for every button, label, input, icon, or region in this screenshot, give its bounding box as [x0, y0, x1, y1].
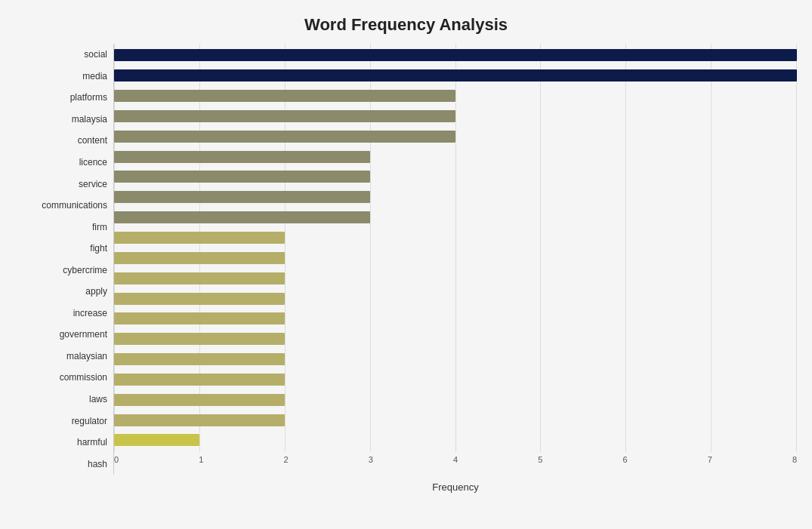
bar-row	[114, 86, 797, 106]
bar	[114, 232, 285, 244]
bar	[114, 49, 797, 61]
y-label: fight	[90, 244, 107, 253]
y-label: government	[60, 330, 107, 339]
y-label: regulator	[72, 417, 107, 426]
y-label: service	[79, 180, 107, 189]
bars-and-grid: 012345678 Frequency	[113, 44, 797, 475]
x-tick: 6	[622, 455, 627, 464]
bar	[114, 110, 455, 122]
x-tick: 3	[369, 455, 373, 464]
bar-row	[114, 45, 797, 66]
y-label: malaysia	[72, 115, 107, 124]
y-axis-labels: socialmediaplatformsmalaysiacontentlicen…	[15, 44, 113, 475]
bar	[114, 90, 455, 102]
y-label: increase	[73, 309, 107, 318]
y-label: content	[78, 136, 107, 145]
bar	[114, 211, 370, 223]
y-label: firm	[92, 223, 107, 232]
y-label: commission	[60, 373, 107, 382]
y-label: social	[84, 50, 107, 59]
bar	[114, 151, 370, 163]
bar-row	[114, 370, 797, 390]
chart-area: socialmediaplatformsmalaysiacontentlicen…	[15, 44, 797, 475]
y-label: hash	[88, 460, 107, 469]
y-label: media	[82, 72, 107, 81]
bar-row	[114, 288, 797, 309]
bar-row	[114, 126, 797, 146]
bar	[114, 414, 285, 426]
x-tick: 8	[792, 455, 797, 464]
x-tick: 2	[283, 455, 288, 464]
y-label: apply	[85, 287, 107, 296]
y-label: communications	[42, 201, 107, 210]
x-tick: 0	[114, 455, 119, 464]
bar	[114, 434, 199, 446]
bar	[114, 272, 285, 284]
bar	[114, 312, 285, 324]
y-label: malaysian	[66, 352, 107, 361]
y-label: harmful	[77, 438, 107, 447]
bar	[114, 374, 285, 386]
x-tick: 1	[199, 455, 203, 464]
chart-main: 012345678 Frequency	[113, 44, 797, 475]
bar-row	[114, 349, 797, 370]
chart-container: Word Frequency Analysis socialmediaplatf…	[0, 0, 812, 529]
bar	[114, 252, 285, 264]
bar	[114, 171, 370, 183]
x-axis: 012345678	[114, 452, 797, 475]
bar	[114, 394, 285, 406]
bar-row	[114, 410, 797, 430]
bar	[114, 333, 285, 345]
bar	[114, 191, 370, 203]
x-tick: 4	[453, 455, 458, 464]
y-label: licence	[79, 158, 107, 167]
x-tick: 5	[538, 455, 542, 464]
bar	[114, 131, 455, 143]
bar-row	[114, 146, 797, 167]
bar-row	[114, 187, 797, 208]
bar	[114, 293, 285, 305]
y-label: cybercrime	[63, 266, 107, 275]
bar-row	[114, 248, 797, 268]
bar-row	[114, 106, 797, 127]
x-tick: 7	[708, 455, 712, 464]
x-axis-label: Frequency	[432, 481, 478, 493]
bar	[114, 69, 797, 82]
bar	[114, 353, 285, 365]
bars-wrapper	[114, 44, 797, 452]
bar-row	[114, 430, 797, 451]
y-label: laws	[89, 395, 107, 404]
chart-title: Word Frequency Analysis	[15, 15, 797, 35]
bar-row	[114, 309, 797, 329]
bar-row	[114, 268, 797, 288]
bar-row	[114, 329, 797, 349]
bar-row	[114, 228, 797, 248]
bar-row	[114, 66, 797, 86]
bar-row	[114, 389, 797, 410]
bar-row	[114, 167, 797, 187]
bar-row	[114, 208, 797, 228]
y-label: platforms	[70, 93, 107, 102]
